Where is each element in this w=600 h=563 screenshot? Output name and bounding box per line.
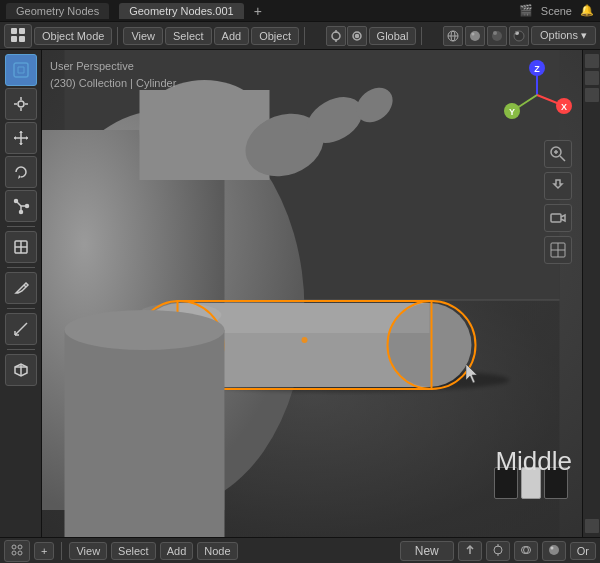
move-tool-btn[interactable] xyxy=(5,122,37,154)
right-panel-btn-2[interactable] xyxy=(585,71,599,85)
notification-icon[interactable]: 🔔 xyxy=(580,4,594,17)
svg-rect-77 xyxy=(551,214,561,222)
material-mode-btn[interactable] xyxy=(487,26,507,46)
grid-tool-btn[interactable] xyxy=(544,236,572,264)
svg-rect-62 xyxy=(65,330,225,537)
top-toolbar: Object Mode View Select Add Object Globa… xyxy=(0,22,600,50)
shade-box-light[interactable] xyxy=(521,467,541,499)
bottom-toolbar: + View Select Add Node New xyxy=(0,537,600,563)
svg-text:Y: Y xyxy=(509,107,515,117)
viewport-3d[interactable]: User Perspective (230) Collection | Cyli… xyxy=(42,50,582,537)
svg-point-8 xyxy=(355,34,358,37)
object-menu-button[interactable]: Object xyxy=(251,27,299,45)
svg-point-86 xyxy=(494,546,502,554)
editor-type-button[interactable] xyxy=(4,24,32,48)
proportional-btn[interactable] xyxy=(347,26,367,46)
bottom-shading-btn[interactable] xyxy=(542,541,566,561)
svg-point-12 xyxy=(470,31,480,41)
snap-btn[interactable] xyxy=(326,26,346,46)
solid-mode-btn[interactable] xyxy=(465,26,485,46)
svg-point-32 xyxy=(14,200,17,203)
view-menu-button[interactable]: View xyxy=(123,27,163,45)
right-panel-btn-3[interactable] xyxy=(585,88,599,102)
svg-point-15 xyxy=(493,31,497,35)
svg-rect-19 xyxy=(14,63,28,77)
select-menu-button[interactable]: Select xyxy=(165,27,212,45)
add-menu-button[interactable]: Add xyxy=(214,27,250,45)
shade-box-dark2[interactable] xyxy=(544,467,568,499)
svg-point-91 xyxy=(549,545,559,555)
annotate-tool-btn[interactable] xyxy=(5,272,37,304)
zoom-tool-btn[interactable] xyxy=(544,140,572,168)
tool-sep-4 xyxy=(7,349,35,350)
add-tab-button[interactable]: + xyxy=(254,3,262,19)
svg-point-20 xyxy=(18,101,24,107)
svg-text:X: X xyxy=(561,102,567,112)
svg-text:Z: Z xyxy=(534,64,540,74)
right-panel-btn-4[interactable] xyxy=(585,519,599,533)
bottom-add-button[interactable]: + xyxy=(34,542,54,560)
bottom-node-btn[interactable]: Node xyxy=(197,542,237,560)
transform-tool-btn[interactable] xyxy=(5,231,37,263)
svg-point-61 xyxy=(302,337,308,343)
bottom-sep-1 xyxy=(61,542,62,560)
pin-icon[interactable] xyxy=(458,541,482,561)
svg-line-74 xyxy=(560,156,565,161)
add-cube-btn[interactable] xyxy=(5,354,37,386)
tool-sep-1 xyxy=(7,226,35,227)
toolbar-sep-1 xyxy=(117,27,118,45)
bottom-overlay-btn[interactable] xyxy=(514,541,538,561)
tab-geometry-nodes[interactable]: Geometry Nodes xyxy=(6,3,109,19)
right-panel xyxy=(582,50,600,537)
svg-rect-48 xyxy=(140,90,270,180)
svg-point-92 xyxy=(550,546,553,549)
bottom-or-label: Or xyxy=(570,542,596,560)
svg-point-82 xyxy=(18,545,22,549)
toolbar-sep-3 xyxy=(421,27,422,45)
select-tool-btn[interactable] xyxy=(5,54,37,86)
object-mode-button[interactable]: Object Mode xyxy=(34,27,112,45)
options-button[interactable]: Options ▾ xyxy=(531,26,596,45)
svg-point-81 xyxy=(12,545,16,549)
cursor-tool-btn[interactable] xyxy=(5,88,37,120)
svg-point-31 xyxy=(19,211,22,214)
tool-sep-2 xyxy=(7,267,35,268)
right-panel-btn-1[interactable] xyxy=(585,54,599,68)
bottom-view-btn[interactable]: View xyxy=(69,542,107,560)
snap-icons xyxy=(326,26,367,46)
wireframe-mode-btn[interactable] xyxy=(443,26,463,46)
gizmo-widget[interactable]: Z X Y xyxy=(502,60,572,130)
bottom-snap-btn[interactable] xyxy=(486,541,510,561)
shade-box-dark[interactable] xyxy=(494,467,518,499)
scale-tool-btn[interactable] xyxy=(5,190,37,222)
right-gizmo-tools xyxy=(544,140,572,264)
svg-line-37 xyxy=(15,323,27,335)
svg-rect-0 xyxy=(11,28,17,34)
bottom-new-btn[interactable]: New xyxy=(400,541,454,561)
svg-point-63 xyxy=(65,310,225,350)
pan-tool-btn[interactable] xyxy=(544,172,572,200)
title-bar: Geometry Nodes Geometry Nodes.001 + 🎬 Sc… xyxy=(0,0,600,22)
camera-tool-btn[interactable] xyxy=(544,204,572,232)
svg-point-30 xyxy=(25,205,28,208)
measure-tool-btn[interactable] xyxy=(5,313,37,345)
rotate-tool-btn[interactable] xyxy=(5,156,37,188)
render-mode-btn[interactable] xyxy=(509,26,529,46)
bottom-select-btn[interactable]: Select xyxy=(111,542,156,560)
main-area: User Perspective (230) Collection | Cyli… xyxy=(0,50,600,537)
svg-point-83 xyxy=(12,551,16,555)
left-toolbar xyxy=(0,50,42,537)
viewport-svg xyxy=(42,50,582,537)
bottom-add-menu-btn[interactable]: Add xyxy=(160,542,194,560)
svg-line-36 xyxy=(24,285,26,287)
tool-sep-3 xyxy=(7,308,35,309)
scene-label: Scene xyxy=(541,5,572,17)
bottom-editor-type-btn[interactable] xyxy=(4,540,30,562)
svg-point-84 xyxy=(18,551,22,555)
global-button[interactable]: Global xyxy=(369,27,417,45)
svg-rect-3 xyxy=(19,36,25,42)
svg-rect-1 xyxy=(19,28,25,34)
shading-display xyxy=(494,467,568,499)
tab-geometry-nodes-001[interactable]: Geometry Nodes.001 xyxy=(119,3,244,19)
svg-point-13 xyxy=(472,32,475,35)
